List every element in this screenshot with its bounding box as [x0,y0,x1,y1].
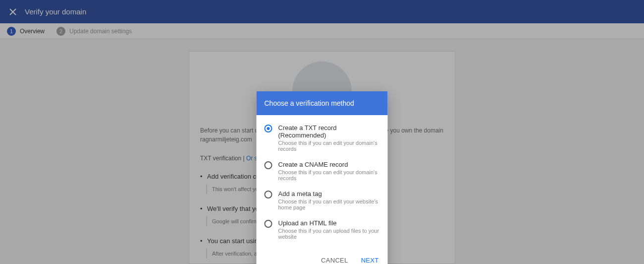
cancel-button[interactable]: CANCEL [320,255,349,264]
option-desc: Choose this if you can edit your domain'… [278,169,380,181]
option-desc: Choose this if you can edit your domain'… [278,140,380,152]
dialog-title: Choose a verification method [257,91,388,115]
verification-method-dialog: Choose a verification method Create a TX… [257,91,388,264]
dialog-body: Create a TXT record (Recommended) Choose… [257,115,388,252]
option-title: Add a meta tag [278,190,380,198]
option-meta-tag[interactable]: Add a meta tag Choose this if you can ed… [265,190,380,210]
radio-icon [265,191,272,198]
option-title: Create a CNAME record [278,161,380,168]
option-txt-record[interactable]: Create a TXT record (Recommended) Choose… [265,124,380,152]
option-desc: Choose this if you can edit your website… [278,198,380,210]
radio-icon [265,125,272,132]
dialog-actions: CANCEL NEXT [257,252,388,264]
radio-icon [265,161,272,169]
option-title: Upload an HTML file [278,219,380,227]
option-title: Create a TXT record (Recommended) [278,124,380,139]
next-button[interactable]: NEXT [360,255,380,264]
radio-icon [265,220,272,228]
option-desc: Choose this if you can upload files to y… [278,228,380,240]
option-html-file[interactable]: Upload an HTML file Choose this if you c… [265,219,380,240]
option-cname-record[interactable]: Create a CNAME record Choose this if you… [265,161,380,181]
